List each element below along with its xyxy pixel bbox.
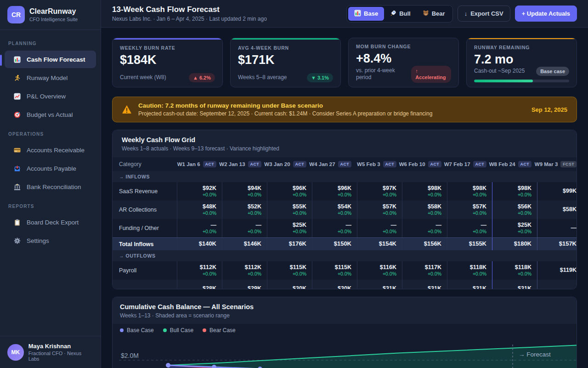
scenario-label: Bear	[432, 10, 445, 17]
cell-value: $57K	[383, 203, 396, 211]
cell-variance: +0.0%	[203, 229, 216, 235]
alert-title: Caution: 7.2 months of runway remaining …	[138, 102, 525, 109]
update-actuals-button[interactable]: + Update Actuals	[515, 6, 577, 22]
cell-value: $31K	[428, 285, 441, 289]
kpi-caption: Weeks 5–8 average	[238, 74, 287, 81]
grid-title: Weekly Cash Flow Grid	[122, 136, 567, 144]
grid-subtitle: Weeks 1–8 actuals · Weeks 9–13 forecast …	[122, 145, 567, 152]
week-tag: ACT	[428, 161, 441, 167]
sidebar: CR ClearRunway CFO Intelligence Suite PL…	[0, 0, 101, 368]
week-tag: ACT	[203, 161, 216, 167]
user-role: Fractional CFO · Nexus Labs	[28, 351, 93, 362]
legend-label: Bear Case	[209, 327, 236, 334]
cell-value: $29K	[248, 285, 261, 289]
sidebar-item-accounts-payable[interactable]: Accounts Payable	[5, 160, 96, 177]
user-profile[interactable]: MK Maya Krishnan Fractional CFO · Nexus …	[0, 336, 101, 368]
column-header-category: Category	[113, 157, 177, 171]
app-name: ClearRunway	[29, 7, 78, 16]
download-icon: ↓	[464, 10, 468, 17]
cell-value: —	[571, 224, 577, 232]
scenario-base-button[interactable]: Base	[348, 7, 384, 21]
scenario-label: Bull	[399, 10, 411, 17]
scenario-toggle: BaseBullBear	[346, 5, 453, 23]
clipboard-icon	[13, 218, 21, 226]
export-csv-button[interactable]: ↓ Export CSV	[458, 6, 510, 22]
kpi-body: WEEKLY BURN RATE$184KCurrent week (W8)▲ …	[113, 40, 222, 87]
cell-variance: +0.0%	[293, 271, 306, 277]
cell-variance: +0.0%	[293, 229, 306, 235]
kpi-body: AVG 4-WEEK BURN$171KWeeks 5–8 average▼ 3…	[231, 40, 340, 87]
sidebar-item-cash-flow-forecast[interactable]: Cash Flow Forecast	[5, 51, 96, 68]
cell-value: $25K	[293, 222, 306, 229]
sidebar-item-board-deck-export[interactable]: Board Deck Export	[5, 213, 96, 231]
cell-w2: —+0.0%	[222, 219, 267, 237]
cell-variance: +0.0%	[428, 229, 441, 235]
legend-bear-case[interactable]: Bear Case	[203, 327, 236, 334]
legend-label: Bull Case	[170, 327, 193, 334]
sidebar-item-settings[interactable]: Settings	[5, 232, 96, 249]
cell-value: —	[481, 222, 487, 229]
cell-w3: $30K	[267, 280, 312, 289]
cell-value: $98K	[473, 185, 486, 192]
kpi-label: MOM BURN CHANGE	[356, 44, 451, 49]
cell-w6: —+0.0%	[402, 219, 447, 237]
sidebar-item-runway-model[interactable]: Runway Model	[5, 69, 96, 86]
cell-w5: —+0.0%	[357, 219, 402, 237]
week-tag: ACT	[518, 161, 531, 167]
cell-w9	[537, 280, 577, 289]
cell-value: $25K	[518, 222, 531, 229]
sidebar-item-accounts-receivable[interactable]: Accounts Receivable	[5, 141, 96, 159]
export-csv-label: Export CSV	[470, 10, 503, 17]
app-subtitle: CFO Intelligence Suite	[29, 17, 78, 22]
sidebar-item-budget-vs-actual[interactable]: Budget vs Actual	[5, 106, 96, 123]
alert-detail: Projected cash-out date: September 12, 2…	[138, 110, 525, 117]
cell-value: $176K	[289, 240, 306, 247]
kpi-badge: ↑ Accelerating	[411, 66, 451, 83]
cell-w5: $31K	[357, 280, 402, 289]
nav-section-operations: OPERATIONS	[0, 124, 101, 140]
cell-value: $150K	[334, 240, 351, 247]
legend-dot	[203, 328, 206, 332]
week-label: W5 Feb 3	[357, 161, 380, 167]
legend-base-case[interactable]: Base Case	[120, 327, 154, 334]
scenario-bear-button[interactable]: Bear	[417, 7, 451, 21]
runner-icon	[13, 74, 21, 82]
y-tick-2m: $2.0M	[121, 352, 139, 359]
content-scroll[interactable]: WEEKLY BURN RATE$184KCurrent week (W8)▲ …	[101, 28, 588, 368]
week-label: W7 Feb 17	[444, 161, 470, 167]
sidebar-item-bank-reconciliation[interactable]: Bank Reconciliation	[5, 178, 96, 196]
cell-w8: $56K+0.0%	[492, 201, 537, 219]
cell-value: $58K	[563, 206, 577, 213]
cell-variance: +0.0%	[338, 210, 351, 216]
cell-value: $157K	[559, 240, 577, 247]
legend-bull-case[interactable]: Bull Case	[163, 327, 193, 334]
column-header-w3-jan-20: W3 Jan 20ACT	[267, 157, 312, 171]
cell-w2: $52K+0.0%	[222, 201, 267, 219]
cell-w4: $150K	[312, 238, 357, 250]
cell-value: $115K	[335, 264, 351, 271]
cell-w4: $54K+0.0%	[312, 201, 357, 219]
cell-value: $115K	[290, 264, 306, 271]
kpi-caption: Cash-out ~Sep 2025	[474, 68, 525, 75]
week-tag: ACT	[248, 161, 261, 167]
week-label: W2 Jan 13	[219, 161, 245, 167]
cash-balance-chart: $2.0M→ Forecast	[113, 337, 577, 368]
column-header-w8-feb-24: W8 Feb 24ACT	[492, 157, 537, 171]
row-category: SaaS Revenue	[113, 182, 177, 201]
cell-variance: +0.0%	[473, 192, 486, 198]
user-name: Maya Krishnan	[28, 343, 93, 350]
cell-value: —	[346, 222, 352, 229]
cell-w5: $97K+0.0%	[357, 182, 402, 201]
sidebar-item-p-l-overview[interactable]: P&L Overview	[5, 87, 96, 105]
cell-w6: $31K	[402, 280, 447, 289]
scenario-bull-button[interactable]: Bull	[384, 7, 417, 21]
kpi-row: WEEKLY BURN RATE$184KCurrent week (W8)▲ …	[112, 38, 577, 87]
kpi-footer: Current week (W8)▲ 6.2%	[120, 73, 215, 82]
grid-column-headers: CategoryW1 Jan 6ACTW2 Jan 13ACTW3 Jan 20…	[113, 157, 577, 171]
grid-table[interactable]: CategoryW1 Jan 6ACTW2 Jan 13ACTW3 Jan 20…	[113, 157, 577, 289]
cell-w8: $180K	[492, 238, 537, 250]
kpi-footer: vs. prior 4-week period↑ Accelerating	[356, 66, 451, 83]
cell-w4: $115K+0.0%	[312, 261, 357, 280]
grid-header: Weekly Cash Flow Grid Weeks 1–8 actuals …	[113, 130, 577, 157]
main-area: 13-Week Cash Flow Forecast Nexus Labs In…	[101, 0, 588, 368]
